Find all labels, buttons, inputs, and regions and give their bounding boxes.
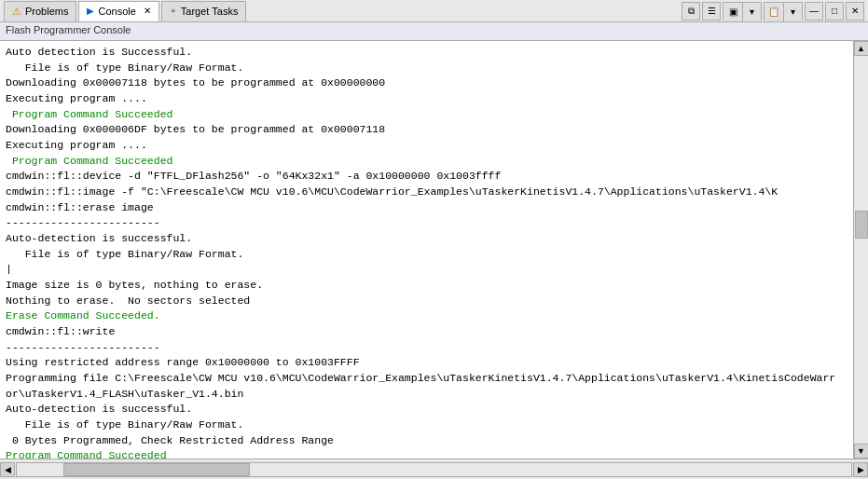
- scroll-right-button[interactable]: ▶: [853, 462, 868, 477]
- console-title-text: Flash Programmer Console: [6, 24, 131, 35]
- close-button[interactable]: ✕: [846, 2, 864, 21]
- console-line: Program Command Succeeded: [6, 107, 847, 123]
- console-line: |: [6, 262, 847, 278]
- copy-button[interactable]: ⧉: [682, 2, 700, 21]
- problems-icon: ⚠: [12, 6, 21, 18]
- scroll-down-button[interactable]: ▼: [854, 444, 869, 458]
- tab-problems-label: Problems: [25, 6, 68, 17]
- h-scrollbar-track[interactable]: [16, 462, 852, 477]
- console-line: cmdwin::fl::device -d "FTFL_DFlash256" -…: [6, 169, 847, 185]
- console-line: ------------------------: [6, 340, 847, 356]
- console-line: File is of type Binary/Raw Format.: [6, 247, 847, 263]
- tab-bar: ⚠ Problems ▶ Console ✕ ✦ Target Tasks ⧉ …: [0, 0, 868, 22]
- console-title-bar: Flash Programmer Console: [0, 22, 868, 41]
- console-line: File is of type Binary/Raw Format.: [6, 417, 847, 433]
- pin-button[interactable]: 📋: [765, 3, 783, 21]
- console-line: cmdwin::fl::write: [6, 324, 847, 340]
- console-line: Using restricted address range 0x1000000…: [6, 355, 847, 371]
- console-line: Downloading 0x00007118 bytes to be progr…: [6, 75, 847, 91]
- tab-target-tasks[interactable]: ✦ Target Tasks: [161, 1, 247, 21]
- console-line: Program Command Succeeded: [6, 154, 847, 170]
- scrollbar-thumb[interactable]: [855, 211, 868, 239]
- console-line: Erase Command Succeeded.: [6, 308, 847, 324]
- pin-dropdown[interactable]: ▾: [783, 3, 802, 21]
- vertical-scrollbar[interactable]: ▲ ▼: [853, 41, 868, 458]
- list-button[interactable]: ☰: [702, 2, 721, 21]
- console-line: Program Command Succeeded: [6, 448, 847, 458]
- tab-console[interactable]: ▶ Console ✕: [78, 1, 158, 21]
- console-line: Auto-detection is successful.: [6, 231, 847, 247]
- tab-problems[interactable]: ⚠ Problems: [4, 1, 76, 21]
- scrollbar-track[interactable]: [854, 56, 868, 444]
- console-line: or\uTaskerV1.4_FLASH\uTasker_V1.4.bin: [6, 387, 847, 403]
- scroll-left-button[interactable]: ◀: [0, 462, 15, 477]
- view-button[interactable]: ▣: [723, 3, 742, 21]
- tab-target-tasks-label: Target Tasks: [181, 6, 239, 17]
- console-wrapper: Auto detection is Successful. File is of…: [0, 41, 868, 458]
- console-line: Image size is 0 bytes, nothing to erase.: [6, 278, 847, 294]
- console-line: Auto detection is Successful.: [6, 45, 847, 61]
- tab-console-label: Console: [98, 6, 135, 17]
- console-line: ------------------------: [6, 215, 847, 231]
- minimize-button[interactable]: —: [805, 2, 823, 21]
- view-dropdown[interactable]: ▾: [742, 3, 761, 21]
- toolbar-right: ⧉ ☰ ▣ ▾ 📋 ▾ — □ ✕: [682, 2, 864, 21]
- maximize-button[interactable]: □: [825, 2, 844, 21]
- console-line: cmdwin::fl::image -f "C:\Freescale\CW MC…: [6, 185, 847, 200]
- h-scrollbar-thumb[interactable]: [63, 463, 250, 476]
- console-line: Programming file C:\Freescale\CW MCU v10…: [6, 371, 847, 387]
- console-line: 0 Bytes Programmed, Check Restricted Add…: [6, 433, 847, 449]
- console-icon: ▶: [87, 6, 94, 16]
- console-line: Executing program ....: [6, 91, 847, 107]
- console-line: Downloading 0x000006DF bytes to be progr…: [6, 122, 847, 138]
- console-output: Auto detection is Successful. File is of…: [0, 41, 853, 458]
- console-line: Auto-detection is successful.: [6, 402, 847, 417]
- bottom-scrollbar-bar: ◀ ▶: [0, 458, 868, 479]
- scroll-up-button[interactable]: ▲: [854, 41, 869, 56]
- tab-console-close[interactable]: ✕: [144, 6, 151, 16]
- console-line: cmdwin::fl::erase image: [6, 200, 847, 216]
- target-tasks-icon: ✦: [170, 7, 177, 16]
- console-line: File is of type Binary/Raw Format.: [6, 61, 847, 76]
- console-line: Nothing to erase. No sectors selected: [6, 294, 847, 309]
- console-line: Executing program ....: [6, 138, 847, 154]
